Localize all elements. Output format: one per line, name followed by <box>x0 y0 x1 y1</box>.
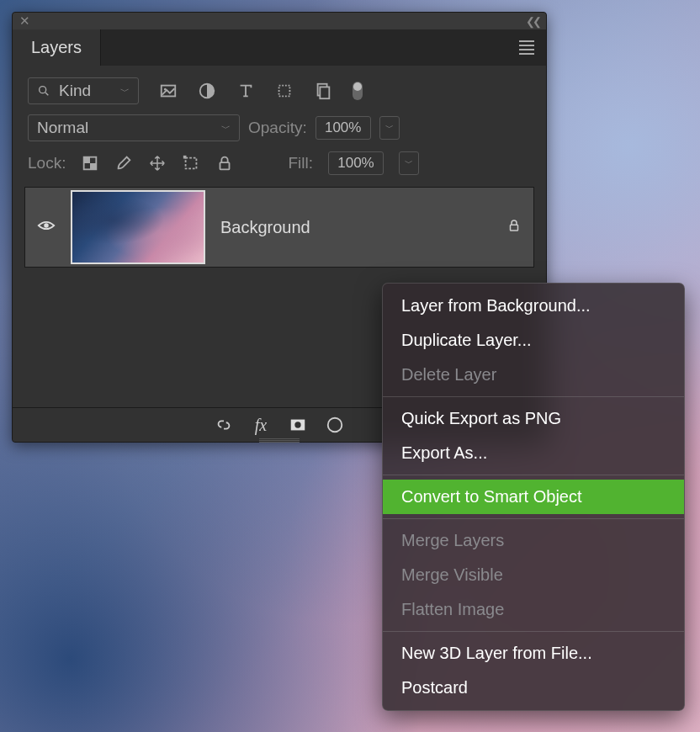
layer-name[interactable]: Background <box>220 218 310 237</box>
filter-shape-icon[interactable] <box>275 82 294 100</box>
ctx-item[interactable]: Duplicate Layer... <box>383 323 684 358</box>
svg-rect-13 <box>220 162 230 169</box>
lock-transparency-icon[interactable] <box>81 154 99 172</box>
svg-rect-9 <box>84 157 90 163</box>
ctx-item[interactable]: Quick Export as PNG <box>383 401 684 436</box>
filter-kind-select[interactable]: Kind ﹀ <box>28 77 139 104</box>
ctx-separator <box>383 631 684 632</box>
mask-icon[interactable] <box>289 416 307 434</box>
filter-kind-label: Kind <box>59 82 91 100</box>
blend-row: Normal ﹀ Opacity: 100% ﹀ <box>13 109 546 146</box>
ctx-separator <box>383 475 684 475</box>
ctx-item[interactable]: Layer from Background... <box>383 289 684 323</box>
fx-icon[interactable]: fx <box>252 416 270 434</box>
close-icon[interactable]: ✕ <box>19 13 30 29</box>
tab-layers[interactable]: Layers <box>13 29 101 66</box>
adjustment-layer-icon[interactable] <box>326 416 344 434</box>
ctx-item: Delete Layer <box>383 358 684 392</box>
opacity-input[interactable]: 100% <box>316 116 371 140</box>
layer-row-background[interactable]: Background <box>24 187 534 268</box>
chevron-down-icon: ﹀ <box>221 122 231 135</box>
lock-row: Lock: Fill: 100% ﹀ <box>13 146 546 187</box>
svg-rect-5 <box>279 86 290 97</box>
filter-type-icon[interactable] <box>236 82 255 100</box>
layer-thumbnail[interactable] <box>71 190 205 264</box>
filter-adjustment-icon[interactable] <box>198 82 216 100</box>
svg-point-17 <box>294 422 300 427</box>
fill-input[interactable]: 100% <box>328 151 384 175</box>
ctx-item[interactable]: Convert to Smart Object <box>383 480 684 514</box>
resize-grip[interactable] <box>259 438 300 443</box>
visibility-icon[interactable] <box>37 216 56 238</box>
svg-rect-11 <box>186 158 197 169</box>
svg-rect-10 <box>90 163 96 169</box>
search-icon <box>37 84 50 98</box>
ctx-item: Flatten Image <box>383 592 684 627</box>
svg-point-18 <box>328 418 342 432</box>
svg-rect-12 <box>183 156 187 159</box>
fill-label: Fill: <box>288 154 313 172</box>
ctx-item[interactable]: Export As... <box>383 436 684 470</box>
layer-lock-icon[interactable] <box>506 218 522 236</box>
filter-pixel-icon[interactable] <box>159 82 178 100</box>
lock-position-icon[interactable] <box>148 154 167 172</box>
panel-tabs: Layers <box>13 29 546 66</box>
layer-context-menu: Layer from Background...Duplicate Layer.… <box>382 283 685 711</box>
opacity-label: Opacity: <box>248 119 307 137</box>
ctx-item[interactable]: Postcard <box>383 671 684 705</box>
collapse-icon[interactable]: ❮❮ <box>526 15 539 28</box>
link-layers-icon[interactable] <box>215 416 233 434</box>
lock-label: Lock: <box>28 154 66 172</box>
opacity-chevron[interactable]: ﹀ <box>379 116 400 140</box>
filter-row: Kind ﹀ <box>13 66 546 109</box>
filter-toggle[interactable] <box>353 82 363 100</box>
svg-line-1 <box>45 93 48 95</box>
ctx-separator <box>383 396 684 397</box>
fill-chevron[interactable]: ﹀ <box>399 151 419 175</box>
ctx-item[interactable]: New 3D Layer from File... <box>383 636 684 671</box>
panel-menu-icon[interactable] <box>507 40 546 55</box>
chevron-down-icon: ﹀ <box>120 85 130 98</box>
filter-smartobject-icon[interactable] <box>314 82 332 100</box>
blend-mode-select[interactable]: Normal ﹀ <box>28 114 240 141</box>
panel-titlebar: ✕ ❮❮ <box>13 13 546 29</box>
ctx-separator <box>383 518 684 519</box>
svg-rect-15 <box>511 225 518 231</box>
svg-point-14 <box>44 223 49 228</box>
blend-mode-value: Normal <box>37 119 88 137</box>
ctx-item: Merge Layers <box>383 523 684 558</box>
lock-all-icon[interactable] <box>215 154 234 172</box>
ctx-item: Merge Visible <box>383 558 684 592</box>
svg-point-0 <box>40 87 46 93</box>
lock-paint-icon[interactable] <box>114 154 133 172</box>
lock-artboard-icon[interactable] <box>182 154 200 172</box>
svg-rect-7 <box>320 87 329 98</box>
